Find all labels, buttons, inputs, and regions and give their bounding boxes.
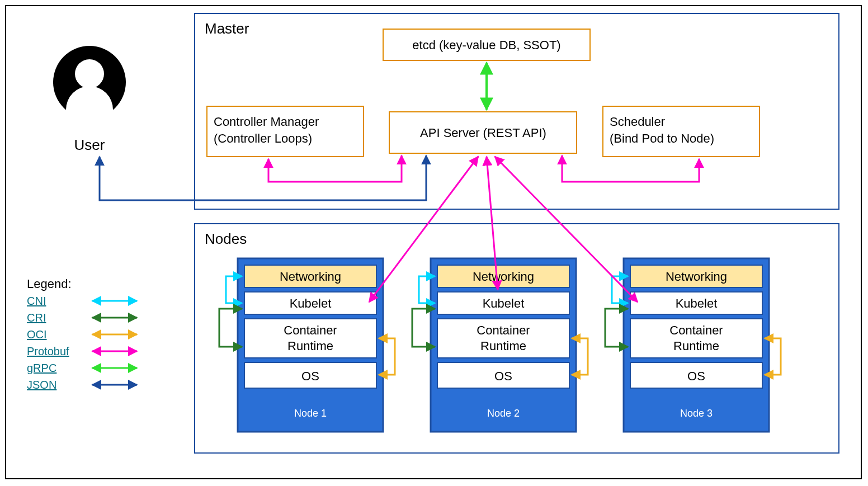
- controller-manager-label1: Controller Manager: [214, 115, 319, 129]
- node-1-kubelet: Kubelet: [290, 296, 332, 310]
- node-2-label: Node 2: [487, 408, 520, 419]
- node-1-os: OS: [301, 369, 319, 383]
- legend-title: Legend:: [27, 277, 72, 291]
- legend-item-grpc[interactable]: gRPC: [27, 362, 56, 374]
- controller-manager-label2: (Controller Loops): [214, 131, 312, 145]
- node-3-runtime1: Container: [669, 323, 723, 337]
- user-label: User: [74, 136, 105, 153]
- node-3-label: Node 3: [680, 408, 713, 419]
- legend-item-oci[interactable]: OCI: [27, 328, 47, 341]
- node-3: Networking Kubelet Container Runtime OS …: [605, 258, 781, 432]
- legend-item-cni[interactable]: CNI: [27, 295, 46, 307]
- legend-item-protobuf[interactable]: Protobuf: [27, 345, 69, 357]
- node-2: Networking Kubelet Container Runtime OS …: [412, 258, 588, 432]
- node-2-kubelet: Kubelet: [483, 296, 525, 310]
- svg-rect-2: [50, 110, 129, 132]
- node-2-runtime1: Container: [477, 323, 530, 337]
- scheduler-label2: (Bind Pod to Node): [610, 131, 714, 145]
- node-2-networking: Networking: [473, 270, 534, 284]
- node-1-runtime2: Runtime: [287, 339, 333, 353]
- node-3-kubelet: Kubelet: [676, 296, 718, 310]
- node-2-runtime2: Runtime: [480, 339, 526, 353]
- etcd-label: etcd (key-value DB, SSOT): [412, 38, 560, 52]
- user-icon: [50, 46, 129, 132]
- scheduler-label1: Scheduler: [610, 115, 665, 129]
- node-2-os: OS: [494, 369, 512, 383]
- nodes-title: Nodes: [205, 230, 247, 247]
- architecture-diagram: User Master etcd (key-value DB, SSOT) Co…: [0, 0, 868, 486]
- master-title: Master: [205, 20, 249, 37]
- node-1-label: Node 1: [294, 408, 327, 419]
- node-1-networking: Networking: [280, 270, 341, 284]
- node-3-os: OS: [687, 369, 705, 383]
- node-3-runtime2: Runtime: [673, 339, 719, 353]
- api-server-label: API Server (REST API): [420, 126, 546, 140]
- legend-item-json[interactable]: JSON: [27, 379, 56, 391]
- node-1: Networking Kubelet Container Runtime OS …: [219, 258, 395, 432]
- node-3-networking: Networking: [666, 270, 727, 284]
- legend-item-cri[interactable]: CRI: [27, 312, 46, 324]
- node-1-runtime1: Container: [284, 323, 337, 337]
- svg-point-1: [75, 59, 104, 88]
